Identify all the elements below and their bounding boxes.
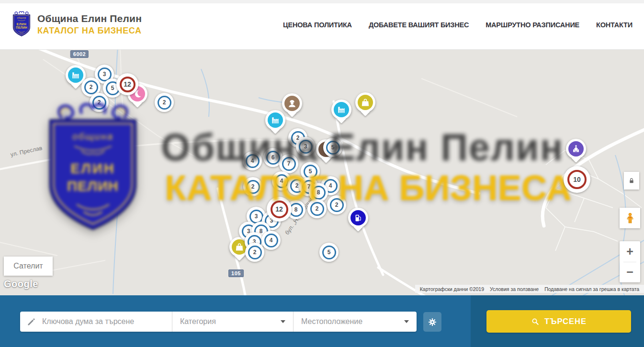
map-pin-worker[interactable] xyxy=(282,93,302,113)
svg-text:ЕЛИН: ЕЛИН xyxy=(70,161,115,176)
svg-text:ЕЛИН: ЕЛИН xyxy=(17,22,27,26)
zoom-control: + − xyxy=(620,241,640,282)
main-nav: ЦЕНОВА ПОЛИТИКА ДОБАВЕТЕ ВАШИЯТ БИЗНЕС М… xyxy=(283,0,633,50)
map-attribution: Картографски данни ©2019 Условия за полз… xyxy=(415,285,644,293)
search-button[interactable]: ТЪРСЕНЕ xyxy=(486,310,631,333)
map-pin-fuel[interactable] xyxy=(348,208,368,228)
keyword-input[interactable] xyxy=(42,317,162,326)
church-icon xyxy=(568,141,584,157)
svg-text:община: община xyxy=(17,17,26,19)
gear-icon xyxy=(428,317,437,327)
svg-text:ПЕЛИН: ПЕЛИН xyxy=(16,26,27,29)
map-cluster[interactable]: 12 xyxy=(116,73,138,95)
category-select[interactable]: Категория xyxy=(172,312,293,332)
location-select[interactable]: Местоположение xyxy=(293,312,417,332)
zoom-in-button[interactable]: + xyxy=(620,241,640,262)
category-placeholder: Категория xyxy=(180,317,216,326)
brand[interactable]: община ЕЛИН ПЕЛИН Община Елин Пелин КАТА… xyxy=(11,9,142,40)
municipality-logo-icon: община ЕЛИН ПЕЛИН xyxy=(11,9,33,40)
worker-icon xyxy=(284,96,300,111)
search-bar: Категория Местоположение xyxy=(0,295,644,347)
page: община ЕЛИН ПЕЛИН Община Елин Пелин КАТА… xyxy=(0,0,644,347)
chevron-down-icon xyxy=(404,320,409,323)
search-icon xyxy=(531,317,540,326)
google-logo[interactable]: Google xyxy=(4,279,38,290)
bag-icon xyxy=(358,95,373,110)
factory-icon xyxy=(68,67,83,83)
street-view-pegman-button[interactable] xyxy=(620,208,640,228)
map-pin-factory[interactable] xyxy=(331,100,351,120)
map-type-control: Карта Сателит xyxy=(4,257,53,276)
map-cluster[interactable]: 2 xyxy=(245,243,264,262)
map-canvas[interactable]: община ЕЛИН ПЕЛИН Община Елин Пелин КАТА… xyxy=(0,50,644,295)
nav-route-schedule[interactable]: МАРШРУТНО РАЗПИСАНИЕ xyxy=(486,21,579,29)
attribution-copyright: Картографски данни ©2019 xyxy=(417,286,487,292)
zoom-out-button[interactable]: − xyxy=(620,262,640,283)
watermark-subtitle: КАТАЛОГ НА БИЗНЕСА xyxy=(165,168,572,208)
brand-title: Община Елин Пелин xyxy=(37,13,142,24)
map-cluster[interactable]: 10 xyxy=(564,166,590,193)
nav-contacts[interactable]: КОНТАКТИ xyxy=(596,21,633,29)
fuel-icon xyxy=(350,210,366,225)
road-badge: 105 xyxy=(228,269,244,277)
chevron-down-icon xyxy=(281,320,285,323)
header: община ЕЛИН ПЕЛИН Община Елин Пелин КАТА… xyxy=(0,0,644,50)
pegman-icon xyxy=(624,211,636,225)
map-type-satellite-button[interactable]: Сателит xyxy=(4,257,53,276)
location-placeholder: Местоположение xyxy=(301,317,362,326)
keyword-field[interactable] xyxy=(20,312,172,332)
advanced-settings-button[interactable] xyxy=(423,312,441,332)
map-pin-bag[interactable] xyxy=(355,92,375,112)
attribution-report-error-link[interactable]: Подаване на сигнал за грешка в картата xyxy=(542,286,642,292)
pencil-icon xyxy=(27,317,36,326)
svg-text:ПЕЛИН: ПЕЛИН xyxy=(67,179,119,194)
brand-subtitle: КАТАЛОГ НА БИЗНЕСА xyxy=(37,26,142,36)
factory-icon xyxy=(334,102,349,117)
map-pin-church[interactable] xyxy=(566,139,586,159)
search-fields: Категория Местоположение xyxy=(20,312,417,332)
map-cluster[interactable]: 4 xyxy=(261,231,281,250)
nav-pricing-policy[interactable]: ЦЕНОВА ПОЛИТИКА xyxy=(283,21,352,29)
lock-icon xyxy=(628,177,635,185)
watermark-title: Община Елин Пелин xyxy=(161,125,564,169)
top-strip xyxy=(0,0,644,3)
nav-add-your-business[interactable]: ДОБАВЕТЕ ВАШИЯТ БИЗНЕС xyxy=(369,21,469,29)
watermark-emblem: община ЕЛИН ПЕЛИН xyxy=(36,100,149,239)
attribution-terms-link[interactable]: Условия за ползване xyxy=(487,286,542,292)
map-cluster[interactable]: 2 xyxy=(155,93,174,112)
svg-text:община: община xyxy=(72,131,113,142)
lock-button[interactable] xyxy=(624,172,639,190)
road-badge: 6002 xyxy=(70,50,89,58)
map-cluster[interactable]: 5 xyxy=(319,243,339,262)
search-button-label: ТЪРСЕНЕ xyxy=(544,317,587,326)
